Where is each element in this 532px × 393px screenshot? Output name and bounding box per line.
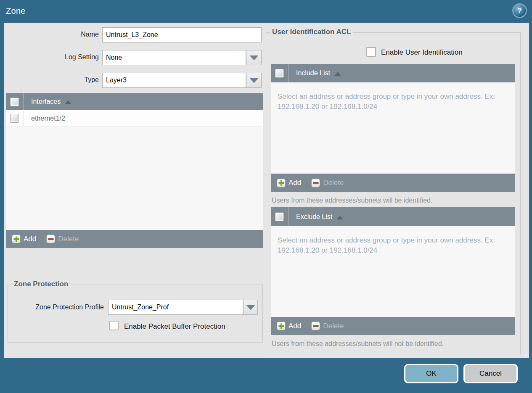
- enable-packet-buffer-protection-checkbox[interactable]: [109, 321, 119, 330]
- interfaces-delete-button[interactable]: Delete: [46, 235, 79, 243]
- type-dropdown-button[interactable]: [246, 73, 262, 88]
- zone-protection-profile-dropdown-button[interactable]: [243, 300, 258, 315]
- exclude-list-table: Exclude List Select an address or addres…: [271, 207, 515, 335]
- include-list-footer: Add Delete: [271, 174, 515, 192]
- delete-minus-icon: [46, 235, 55, 243]
- sort-ascending-icon: [336, 216, 343, 219]
- ok-button[interactable]: OK: [404, 364, 458, 383]
- include-list-placeholder: Select an address or address group or ty…: [271, 82, 515, 112]
- interfaces-select-all-checkbox[interactable]: [10, 98, 19, 106]
- chevron-down-icon: [250, 55, 258, 60]
- zone-protection-profile-input[interactable]: [108, 300, 243, 315]
- include-select-all-cell: [271, 64, 288, 82]
- user-identification-acl-legend: User Identification ACL: [270, 28, 353, 36]
- type-input[interactable]: [102, 73, 246, 88]
- zone-protection-profile-label: Zone Protection Profile: [8, 303, 104, 311]
- exclude-list-placeholder: Select an address or address group or ty…: [271, 226, 515, 256]
- exclude-list-header: Exclude List: [271, 207, 515, 226]
- add-plus-icon: [12, 235, 21, 243]
- exclude-list-column-header[interactable]: Exclude List: [296, 213, 332, 221]
- exclude-select-all-checkbox[interactable]: [275, 212, 284, 221]
- log-setting-label: Log Setting: [25, 53, 99, 61]
- include-add-button[interactable]: Add: [277, 179, 301, 187]
- sort-ascending-icon: [65, 100, 71, 104]
- title-bar: Zone ?: [0, 0, 532, 23]
- interfaces-table-body: ethernet1/2: [6, 110, 263, 230]
- include-list-body[interactable]: Select an address or address group or ty…: [271, 82, 515, 174]
- include-list-table: Include List Select an address or addres…: [271, 64, 515, 192]
- exclude-list-caption: Users from these addresses/subnets will …: [272, 340, 444, 348]
- name-input[interactable]: [102, 27, 262, 42]
- type-label: Type: [25, 76, 99, 84]
- chevron-down-icon: [246, 305, 255, 310]
- log-setting-input[interactable]: [102, 50, 246, 65]
- interface-row[interactable]: ethernet1/2: [6, 110, 263, 127]
- interfaces-table-header: Interfaces: [6, 93, 263, 110]
- help-icon-glyph: ?: [517, 7, 521, 15]
- interfaces-select-all-cell: [6, 93, 24, 110]
- add-plus-icon: [277, 179, 286, 187]
- help-icon[interactable]: ?: [513, 5, 526, 17]
- interfaces-column-header[interactable]: Interfaces: [31, 98, 61, 106]
- sort-ascending-icon: [334, 72, 341, 76]
- enable-user-identification-label: Enable User Identification: [381, 48, 463, 57]
- chevron-down-icon: [250, 78, 258, 83]
- interface-name: ethernet1/2: [31, 115, 65, 122]
- exclude-delete-button[interactable]: Delete: [311, 322, 344, 330]
- delete-minus-icon: [311, 179, 320, 187]
- cancel-button[interactable]: Cancel: [463, 364, 518, 383]
- interfaces-table-footer: Add Delete: [6, 230, 263, 248]
- include-select-all-checkbox[interactable]: [275, 69, 284, 78]
- enable-user-identification-checkbox[interactable]: [366, 47, 376, 57]
- interface-row-checkbox-cell: [6, 110, 24, 127]
- name-label: Name: [25, 31, 99, 38]
- interfaces-table: Interfaces ethernet1/2 Add Delete: [6, 93, 263, 248]
- zone-dialog: Zone ? Name Log Setting Type Interfaces: [0, 0, 532, 393]
- include-list-header: Include List: [271, 64, 515, 82]
- interface-row-checkbox[interactable]: [10, 114, 19, 123]
- exclude-list-body[interactable]: Select an address or address group or ty…: [271, 226, 515, 317]
- log-setting-dropdown-button[interactable]: [246, 50, 262, 65]
- exclude-list-footer: Add Delete: [271, 317, 515, 335]
- dialog-title: Zone: [6, 6, 26, 16]
- delete-minus-icon: [311, 322, 320, 330]
- zone-protection-legend: Zone Protection: [11, 280, 71, 288]
- include-list-column-header[interactable]: Include List: [296, 69, 330, 77]
- exclude-select-all-cell: [271, 207, 288, 226]
- include-delete-button[interactable]: Delete: [311, 179, 344, 187]
- enable-packet-buffer-protection-label: Enable Packet Buffer Protection: [124, 322, 225, 331]
- include-list-caption: Users from these addresses/subnets will …: [272, 197, 432, 204]
- interfaces-add-button[interactable]: Add: [12, 235, 36, 243]
- add-plus-icon: [277, 322, 286, 330]
- exclude-add-button[interactable]: Add: [277, 322, 301, 330]
